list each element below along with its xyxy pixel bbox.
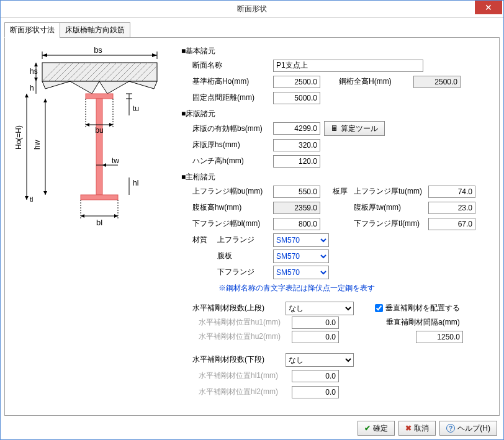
- svg-marker-48: [34, 63, 38, 66]
- svg-marker-25: [99, 81, 129, 94]
- input-vert-a[interactable]: [416, 331, 463, 343]
- input-bl[interactable]: [273, 218, 320, 230]
- svg-text:hl: hl: [133, 179, 138, 187]
- cancel-button[interactable]: 取消: [398, 421, 436, 436]
- input-bu[interactable]: [273, 186, 320, 198]
- svg-marker-49: [34, 78, 38, 81]
- svg-marker-58: [25, 94, 29, 97]
- tab-rebar[interactable]: 床版橋軸方向鉄筋: [60, 22, 130, 38]
- label-bl: 下フランジ幅bl(mm): [192, 218, 273, 229]
- svg-marker-24: [70, 81, 99, 94]
- input-hl1[interactable]: [292, 370, 339, 382]
- svg-marker-4: [152, 53, 157, 57]
- input-haunch[interactable]: [273, 155, 320, 168]
- svg-text:tl: tl: [30, 195, 34, 203]
- label-hu1: 水平補剛材位置hu1(mm): [199, 317, 292, 328]
- svg-marker-42: [114, 214, 118, 218]
- label-hs: 床版厚hs(mm): [192, 140, 273, 150]
- label-stiff-upper: 水平補剛材段数(上段): [192, 303, 286, 313]
- check-icon: [364, 424, 371, 433]
- input-section-name[interactable]: [273, 60, 423, 72]
- input-hu1[interactable]: [292, 317, 339, 329]
- close-button[interactable]: ✕: [475, 1, 502, 14]
- calc-tool-button[interactable]: 算定ツール: [324, 121, 385, 136]
- label-mat-uf: 上フランジ: [217, 235, 273, 245]
- window-title: 断面形状: [1, 4, 503, 14]
- input-bs[interactable]: [273, 122, 320, 135]
- checkbox-vert-stiff[interactable]: [375, 304, 383, 312]
- select-mat-uf[interactable]: SM570: [273, 233, 329, 247]
- svg-marker-41: [81, 214, 84, 218]
- svg-rect-28: [86, 94, 113, 99]
- input-hl2[interactable]: [292, 386, 339, 398]
- label-hu2: 水平補剛材位置hu2(mm): [199, 331, 292, 342]
- svg-rect-6: [42, 63, 157, 81]
- dialog-footer: 確定 取消 ヘルプ(H): [4, 416, 500, 436]
- svg-marker-33: [109, 123, 113, 127]
- svg-marker-38: [102, 163, 106, 167]
- label-hl1: 水平補剛材位置hl1(mm): [199, 370, 292, 381]
- label-vert-stiff: 垂直補剛材を配置する: [385, 303, 460, 313]
- label-hl2: 水平補剛材位置hl2(mm): [199, 387, 292, 397]
- svg-marker-27: [129, 81, 157, 89]
- svg-text:Ho(=H): Ho(=H): [14, 125, 23, 150]
- ok-button[interactable]: 確定: [358, 421, 395, 436]
- input-hs[interactable]: [273, 139, 320, 151]
- section-slab-header: ■床版諸元: [181, 109, 490, 119]
- svg-text:h: h: [30, 84, 34, 92]
- input-tw[interactable]: [428, 202, 475, 214]
- svg-text:tu: tu: [133, 104, 139, 113]
- svg-text:bs: bs: [94, 45, 102, 55]
- svg-marker-55: [43, 191, 47, 195]
- label-vert-a: 垂直補剛材間隔a(mm): [386, 317, 460, 328]
- input-tl[interactable]: [428, 218, 475, 230]
- calc-tool-label: 算定ツール: [341, 123, 378, 134]
- svg-rect-29: [96, 99, 102, 195]
- select-stiff-lower[interactable]: なし: [286, 353, 354, 367]
- svg-marker-26: [42, 81, 70, 89]
- section-basic-header: ■基本諸元: [181, 46, 490, 56]
- select-mat-web[interactable]: SM570: [273, 249, 329, 263]
- tab-panel: bs: [4, 37, 500, 416]
- input-tu[interactable]: [428, 186, 475, 198]
- svg-text:bl: bl: [96, 218, 102, 227]
- label-mat-web: 腹板: [217, 251, 273, 261]
- label-bs: 床版の有効幅bs(mm): [192, 123, 273, 134]
- material-note: ※鋼材名称の青文字表記は降伏点一定鋼を表す: [181, 283, 490, 294]
- ok-label: 確定: [373, 423, 388, 434]
- input-hw: [273, 202, 320, 214]
- titlebar: 断面形状 ✕: [1, 1, 503, 18]
- help-icon: [446, 424, 455, 433]
- help-button[interactable]: ヘルプ(H): [439, 421, 497, 436]
- select-mat-lf[interactable]: SM570: [273, 266, 329, 279]
- calculator-icon: [331, 124, 338, 133]
- label-haunch: ハンチ高h(mm): [192, 156, 273, 166]
- help-label: ヘルプ(H): [457, 423, 490, 434]
- label-tu: 上フランジ厚tu(mm): [354, 186, 428, 197]
- label-tw: 腹板厚tw(mm): [354, 202, 428, 213]
- label-tl: 下フランジ厚tl(mm): [354, 218, 428, 229]
- section-girder-header: ■主桁諸元: [181, 172, 490, 182]
- select-stiff-upper[interactable]: なし: [286, 302, 354, 315]
- tab-bar: 断面形状寸法 床版橋軸方向鉄筋: [4, 22, 500, 38]
- tab-dimensions[interactable]: 断面形状寸法: [4, 22, 60, 38]
- svg-text:bu: bu: [95, 126, 103, 135]
- label-ho: 基準桁高Ho(mm): [192, 76, 273, 87]
- svg-marker-32: [86, 123, 89, 127]
- label-bu: 上フランジ幅bu(mm): [192, 186, 273, 197]
- input-hu2[interactable]: [292, 331, 339, 343]
- input-ho[interactable]: [273, 76, 320, 88]
- svg-text:hw: hw: [33, 140, 42, 150]
- svg-marker-54: [43, 99, 47, 102]
- svg-rect-30: [81, 195, 118, 200]
- input-h-total: [413, 76, 461, 88]
- label-thickness: 板厚: [333, 186, 354, 197]
- label-fixdist: 固定点間距離(mm): [192, 92, 273, 103]
- section-diagram: bs: [11, 44, 169, 230]
- label-material: 材質: [192, 235, 217, 245]
- input-fixdist[interactable]: [273, 92, 320, 104]
- label-section-name: 断面名称: [192, 60, 273, 71]
- cancel-icon: [405, 424, 412, 433]
- label-stiff-lower: 水平補剛材段数(下段): [192, 354, 286, 365]
- close-icon: ✕: [485, 2, 492, 12]
